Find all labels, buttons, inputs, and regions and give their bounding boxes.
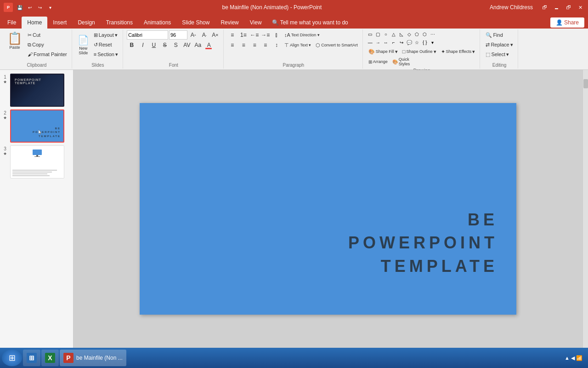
tab-transitions[interactable]: Transitions [101, 17, 138, 29]
tab-home[interactable]: Home [22, 17, 47, 29]
change-case-button[interactable]: Aa [193, 40, 203, 50]
replace-button[interactable]: ⇄ Replace ▾ [484, 40, 514, 49]
justify-button[interactable]: ≡ [260, 40, 271, 50]
tab-view[interactable]: View [244, 17, 267, 29]
diamond-shape[interactable]: ◇ [406, 30, 413, 38]
elbow-shape[interactable]: ⌐ [390, 39, 397, 46]
taskbar-windows[interactable]: ⊞ [23, 350, 40, 366]
minimize-button[interactable]: 🗕 [552, 3, 560, 12]
oval-shape[interactable]: ○ [382, 30, 390, 38]
paste-button[interactable]: 📋 Paste [5, 30, 25, 52]
font-name-select[interactable] [127, 30, 168, 40]
decrease-indent-button[interactable]: ←≡ [249, 30, 260, 40]
columns-button[interactable]: ⫿ [271, 30, 282, 40]
pentagon-shape[interactable]: ⬠ [413, 30, 421, 38]
rt-triangle-shape[interactable]: ◺ [398, 30, 405, 38]
slide-thumbnail-1[interactable]: POWERPOINTTEMPLATE [10, 74, 64, 107]
arrange-button[interactable]: ⊞ Arrange [367, 58, 390, 65]
star-icon-1: ★ [3, 80, 7, 84]
tell-me-input[interactable]: 🔍 Tell me what you want to do [267, 17, 353, 28]
copy-button[interactable]: ⧉ Copy [26, 40, 69, 49]
dbl-arrow-shape[interactable]: ↔ [382, 39, 390, 46]
triangle-shape[interactable]: △ [390, 30, 397, 38]
callout-shape[interactable]: 💬 [406, 39, 413, 46]
align-right-button[interactable]: ≡ [249, 40, 260, 50]
align-text-button[interactable]: ⊤ Align Text ▾ [283, 40, 313, 50]
tab-slideshow[interactable]: Slide Show [176, 17, 215, 29]
close-button[interactable]: ✕ [576, 3, 584, 12]
quick-styles-button[interactable]: 🎨 QuickStyles [390, 56, 412, 67]
clipboard-label: Clipboard [5, 62, 69, 68]
increase-indent-button[interactable]: →≡ [260, 30, 271, 40]
share-button[interactable]: 👤 Share [550, 17, 584, 28]
shape-outline-button[interactable]: □ Shape Outline ▾ [401, 47, 438, 56]
reset-button[interactable]: ↺ Reset [92, 40, 120, 49]
bullets-button[interactable]: ≡ [227, 30, 237, 40]
maximize-button[interactable]: 🗗 [564, 3, 572, 12]
underline-button[interactable]: U [149, 40, 159, 50]
text-shadow-button[interactable]: S [171, 40, 181, 50]
rect-shape[interactable]: ▭ [367, 30, 374, 38]
layout-icon: ⊞ [94, 32, 98, 38]
title-bar-left: P 💾 ↩ ↪ ▾ [4, 3, 54, 12]
redo-button[interactable]: ↪ [36, 3, 44, 12]
align-text-icon: ⊤ [284, 42, 289, 48]
shape-fill-button[interactable]: 🎨 Shape Fill ▾ [367, 47, 400, 56]
customize-quick-access-button[interactable]: ▾ [46, 3, 54, 12]
strikethrough-button[interactable]: S [160, 40, 170, 50]
more-shapes-2[interactable]: ▾ [429, 39, 436, 46]
increase-font-button[interactable]: A+ [188, 30, 198, 40]
new-slide-button[interactable]: 📄 NewSlide [76, 30, 91, 59]
arrow-shape[interactable]: → [374, 39, 382, 46]
more-shapes[interactable]: ⋯ [429, 30, 436, 38]
slide-item-1[interactable]: 1 ★ POWERPOINTTEMPLATE [2, 74, 71, 107]
vertical-scrollbar[interactable] [582, 70, 588, 348]
layout-button[interactable]: ⊞ Layout ▾ [92, 30, 120, 40]
decrease-font-button[interactable]: A- [199, 30, 209, 40]
find-label: Find [493, 32, 503, 38]
convert-smartart-button[interactable]: ⬡ Convert to SmartArt [314, 40, 360, 50]
slide-thumbnail-3[interactable] [10, 145, 64, 178]
save-button[interactable]: 💾 [16, 3, 24, 12]
slide-thumbnail-2[interactable]: BEPOWERPOINTTEMPLATE [10, 109, 64, 143]
curve-arrow[interactable]: ↪ [398, 39, 405, 46]
format-painter-button[interactable]: 🖌 Format Painter [26, 50, 69, 59]
section-button[interactable]: ≡ Section ▾ [92, 50, 120, 59]
select-button[interactable]: ⬚ Select ▾ [484, 50, 514, 59]
italic-button[interactable]: I [138, 40, 148, 50]
font-size-input[interactable] [169, 30, 187, 40]
taskbar-excel[interactable]: X [41, 350, 59, 366]
restore-down-button[interactable]: 🗗 [540, 3, 548, 12]
character-spacing-button[interactable]: AV [182, 40, 192, 50]
slide-canvas[interactable]: BE POWERPOINT TEMPLATE [140, 103, 516, 315]
align-left-button[interactable]: ≡ [227, 40, 237, 50]
numbering-button[interactable]: 1≡ [238, 30, 249, 40]
tab-file[interactable]: File [2, 17, 22, 29]
tab-review[interactable]: Review [215, 17, 244, 29]
tab-insert[interactable]: Insert [47, 17, 72, 29]
start-button[interactable]: ⊞ [2, 350, 22, 366]
undo-button[interactable]: ↩ [26, 3, 34, 12]
hexagon-shape[interactable]: ⬡ [421, 30, 429, 38]
taskbar-powerpoint[interactable]: P be Mainfile (Non ... [60, 350, 126, 366]
shape-effects-button[interactable]: ✦ Shape Effects ▾ [439, 47, 477, 56]
line-shape[interactable]: — [367, 39, 374, 46]
cut-button[interactable]: ✂ Cut [26, 30, 69, 40]
bold-button[interactable]: B [127, 40, 137, 50]
star-shape[interactable]: ☆ [413, 39, 421, 46]
slide-item-3[interactable]: 3 ★ [2, 145, 71, 178]
formula-shape[interactable]: { } [421, 39, 429, 46]
drawing-style-row: 🎨 Shape Fill ▾ □ Shape Outline ▾ ✦ Shape… [367, 47, 477, 56]
scrollbar-thumb[interactable] [583, 79, 588, 88]
center-button[interactable]: ≡ [238, 40, 249, 50]
tab-animations[interactable]: Animations [138, 17, 176, 29]
text-direction-button[interactable]: ↕A Text Direction ▾ [283, 30, 322, 40]
rounded-rect-shape[interactable]: ▢ [374, 30, 382, 38]
line-spacing-button[interactable]: ↕ [271, 40, 282, 50]
svg-rect-1 [33, 150, 42, 155]
tab-design[interactable]: Design [72, 17, 100, 29]
find-button[interactable]: 🔍 Find [484, 30, 514, 40]
clear-format-button[interactable]: A✕ [210, 30, 220, 40]
font-color-button[interactable]: A [204, 40, 214, 50]
slide-item-2[interactable]: 2 ★ BEPOWERPOINTTEMPLATE [2, 109, 71, 143]
